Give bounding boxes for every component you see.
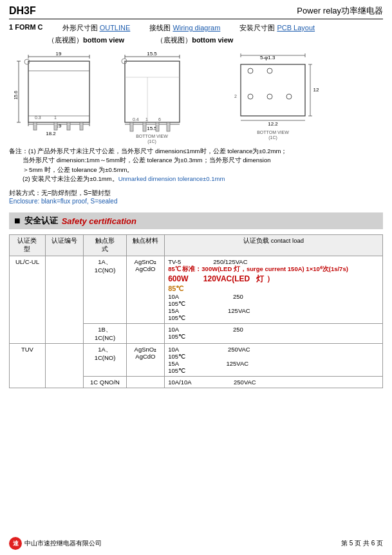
tuv-10a10a: 10A/10A 250VAC — [168, 379, 379, 386]
contact-form-tuv-1a: 1A、1C(NO) — [84, 344, 126, 377]
enclosure-en: Enclosure: blank=flux proof, S=sealed — [9, 198, 383, 205]
load-15a: 15A 125VAC — [168, 307, 379, 314]
svg-text:1: 1 — [145, 117, 148, 122]
contact-form-tuv-1cnon: 1C QNO/N — [84, 377, 126, 388]
contact-form-1a: 1A、1C(NO) — [84, 256, 126, 324]
page-header: DH3F Power relay功率继电器 — [9, 5, 383, 19]
col-cert-num: 认证编号 — [45, 235, 83, 256]
col-cert-type: 认证类型 — [10, 235, 46, 256]
svg-text:19: 19 — [56, 51, 62, 57]
safety-cert-zh: 安全认证 — [24, 215, 58, 227]
title-zh: 功率继电器 — [341, 6, 383, 15]
wiring-label: 接线图 Wiring diagram — [149, 23, 220, 33]
svg-text:12: 12 — [313, 87, 319, 93]
cert-type-tuv: TUV — [10, 344, 46, 388]
svg-text:0.3: 0.3 — [35, 115, 41, 120]
load-85c-standard: 85℃ 标准：300W(LED 灯，surge current 150A) 1×… — [168, 265, 379, 274]
safety-cert-en: Safety certification — [62, 216, 136, 226]
table-row: TUV 1A、1C(NO) AgSnO₂AgCdO 10A 250VAC 105… — [10, 344, 383, 377]
outline-label: 外形尺寸图 OUTLINE — [62, 23, 131, 33]
page-container: DH3F Power relay功率继电器 1 FORM C 外形尺寸图 OUT… — [0, 0, 392, 555]
contact-material-2 — [126, 324, 164, 344]
company-logo-icon: 速 — [9, 537, 22, 550]
svg-text:18.2: 18.2 — [46, 131, 56, 136]
bottom-view-right: （底视图）bottom view — [156, 35, 233, 45]
note-line-2: 当外形尺寸 dimension:1mm～5mm时，公差 tolerance 为±… — [9, 156, 383, 165]
contact-material-tuv: AgSnO₂AgCdO — [126, 344, 164, 377]
svg-point-47 — [248, 68, 253, 73]
load-10a-250-b: 10A 250 — [168, 326, 379, 333]
tuv-105c-2: 105℃ — [168, 367, 379, 374]
svg-text:0.4: 0.4 — [133, 117, 139, 122]
svg-text:BOTTOM VIEW: BOTTOM VIEW — [257, 130, 289, 135]
tuv-105c-1: 105℃ — [168, 353, 379, 360]
cert-num-ul — [45, 256, 83, 344]
svg-text:2: 2 — [234, 94, 237, 99]
note-line-1: 备注：(1) 产品外形尺寸未注尺寸公差，当外形尺寸 dimension≤1mm时… — [9, 147, 383, 156]
svg-text:BOTTOM VIEW: BOTTOM VIEW — [136, 134, 168, 138]
enclosure-zh: 封装方式：无=防焊剂型，S=塑封型 — [9, 189, 383, 198]
contact-form-1b: 1B、1C(NC) — [84, 324, 126, 344]
svg-point-51 — [286, 94, 292, 99]
svg-point-50 — [267, 94, 272, 99]
load-105c-1: 105℃ — [168, 300, 379, 307]
svg-rect-42 — [241, 64, 305, 116]
col-contact-load: 认证负载 contact load — [165, 235, 383, 256]
pcb-label: 安装尺寸图 PCB Layout — [239, 23, 315, 33]
svg-text:15.6: 15.6 — [14, 91, 18, 100]
title-en: Power relay — [297, 6, 341, 15]
diagram-area: 19 15.6 19 0.3 1 18.2 — [9, 52, 383, 142]
page-number: 第 5 页 共 6 页 — [341, 539, 383, 548]
svg-text:12.2: 12.2 — [268, 121, 278, 127]
product-title: Power relay功率继电器 — [297, 5, 383, 17]
tuv-10a-250: 10A 250VAC — [168, 346, 379, 353]
bottom-view-left: （底视图）bottom view — [48, 35, 124, 45]
contact-load-1: TV-5 250/125VAC 85℃ 标准：300W(LED 灯，surge … — [165, 256, 383, 324]
load-tv5: TV-5 250/125VAC — [168, 258, 379, 265]
model-number: DH3F — [9, 5, 36, 17]
form-label: 1 FORM C — [9, 23, 43, 33]
svg-text:(1C): (1C) — [268, 135, 277, 140]
svg-rect-15 — [33, 122, 37, 130]
svg-rect-32 — [156, 122, 159, 131]
svg-text:15.5: 15.5 — [147, 51, 157, 57]
svg-rect-31 — [143, 122, 146, 131]
svg-point-49 — [248, 94, 253, 99]
page-footer: 速 中山市速控继电器有限公司 第 5 页 共 6 页 — [9, 537, 383, 550]
safety-cert-header: ■ 安全认证 Safety certification — [9, 212, 383, 229]
cert-num-tuv — [45, 344, 83, 388]
svg-rect-0 — [28, 61, 89, 122]
sub-title-bar: （底视图）bottom view （底视图）bottom view — [9, 35, 383, 45]
section-title-bar: 1 FORM C 外形尺寸图 OUTLINE 接线图 Wiring diagra… — [9, 23, 383, 33]
notes-section: 备注：(1) 产品外形尺寸未注尺寸公差，当外形尺寸 dimension≤1mm时… — [9, 147, 383, 183]
table-row: UL/C-UL 1A、1C(NO) AgSnO₂AgCdO TV-5 250/1… — [10, 256, 383, 324]
load-105c-b: 105℃ — [168, 333, 379, 340]
svg-rect-17 — [67, 122, 70, 130]
footer-logo: 速 中山市速控继电器有限公司 — [9, 537, 102, 550]
contact-material-tuv-2 — [126, 377, 164, 388]
contact-load-2: 10A 250 105℃ — [165, 324, 383, 344]
contact-load-tuv-1: 10A 250VAC 105℃ 15A 125VAC 105℃ — [165, 344, 383, 377]
svg-text:(1C): (1C) — [147, 139, 156, 144]
cert-type-ul: UL/C-UL — [10, 256, 46, 344]
load-600w: 600W 120VAC(LED 灯 ） — [168, 274, 379, 285]
svg-rect-18 — [80, 122, 83, 130]
enclosure-section: 封装方式：无=防焊剂型，S=塑封型 Enclosure: blank=flux … — [9, 189, 383, 205]
svg-rect-23 — [125, 61, 180, 122]
company-name: 中山市速控继电器有限公司 — [24, 539, 102, 548]
svg-text:6: 6 — [158, 117, 161, 122]
contact-load-tuv-2: 10A/10A 250VAC — [165, 377, 383, 388]
cert-table: 认证类型 认证编号 触点形式 触点材料 认证负载 contact load UL… — [9, 234, 383, 388]
svg-text:1: 1 — [54, 115, 57, 120]
safety-square-icon: ■ — [14, 215, 21, 227]
svg-rect-33 — [167, 122, 170, 131]
svg-rect-16 — [54, 122, 57, 130]
svg-rect-30 — [130, 122, 133, 131]
contact-material-1: AgSnO₂AgCdO — [126, 256, 164, 324]
col-contact-material: 触点材料 — [126, 235, 164, 256]
note-line-3: ＞5mm 时，公差 tolerance 为±0.5mm。 — [9, 165, 383, 174]
load-85c: 85℃ — [168, 285, 379, 293]
load-10a-250: 10A 250 — [168, 293, 379, 300]
tuv-15a: 15A 125VAC — [168, 360, 379, 367]
technical-diagrams: 19 15.6 19 0.3 1 18.2 — [9, 48, 382, 142]
